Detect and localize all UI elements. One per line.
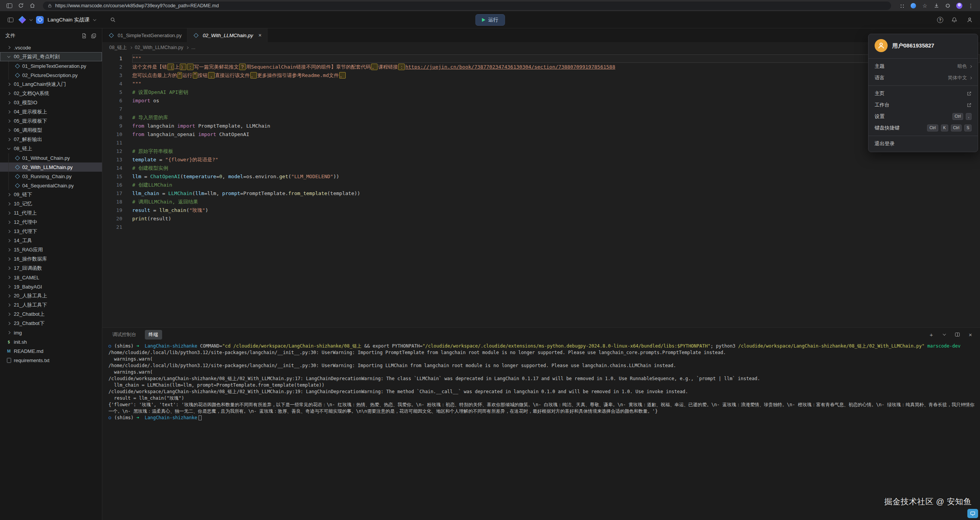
tree-item[interactable]: 01_LangChain快速入门 (0, 80, 102, 89)
marscode-logo[interactable] (18, 16, 26, 24)
code-line[interactable]: 3您可以点击最上方的“运行”按钮，直接运行该文件。更多操作指引请参考Readme… (102, 71, 980, 80)
tree-item[interactable]: 03_模型IO (0, 98, 102, 107)
tree-item[interactable]: 02_PictureDescription.py (0, 71, 102, 80)
code-line[interactable]: 1""" (102, 54, 980, 63)
tree-item[interactable]: 02_文档QA系统 (0, 89, 102, 98)
tree-item[interactable]: 19_BabyAGI (0, 282, 102, 291)
feedback-badge[interactable] (967, 509, 978, 518)
new-terminal-icon[interactable]: + (928, 331, 935, 338)
tree-item[interactable]: 17_回调函数 (0, 264, 102, 273)
tree-item[interactable]: $init.sh (0, 337, 102, 346)
code-line[interactable]: 4""" (102, 80, 980, 88)
bookmark-star-icon[interactable]: ☆ (920, 2, 929, 10)
editor-tab[interactable]: 02_With_LLMChain.py× (187, 28, 268, 42)
code-line[interactable]: 21 (102, 223, 980, 231)
menu-item[interactable]: 主题暗色 (868, 61, 978, 72)
tree-item[interactable]: 09_链下 (0, 190, 102, 199)
code-line[interactable]: 11 (102, 139, 980, 147)
menu-item[interactable]: 设置Ctrl, (868, 111, 978, 122)
code-line[interactable]: 15llm = ChatOpenAI(temperature=0, model=… (102, 172, 980, 181)
code-line[interactable]: 20print(result) (102, 215, 980, 223)
extensions-puzzle-icon[interactable] (943, 2, 952, 10)
tree-item[interactable]: 01_SimpleTextGeneration.py (0, 61, 102, 71)
tree-item[interactable]: 11_代理上 (0, 208, 102, 218)
help-icon[interactable]: ? (937, 17, 943, 23)
run-button[interactable]: 运行 (475, 14, 505, 26)
code-line[interactable]: 17llm_chain = LLMChain(llm=llm, prompt=P… (102, 189, 980, 198)
tree-item[interactable]: 03_Running_Chain.py (0, 172, 102, 181)
tree-item[interactable]: 00_开篇词_奇点时刻 (0, 52, 102, 61)
terminal-profile-chevron-icon[interactable] (941, 331, 948, 338)
panel-tab[interactable]: 终端 (145, 330, 162, 340)
code-lines[interactable]: 1"""2这个文件是【链（上）：写一篇完美鲜花推文？用SequencialCha… (102, 53, 980, 327)
tree-item[interactable]: .vscode (0, 43, 102, 52)
tree-item[interactable]: 21_人脉工具下 (0, 300, 102, 310)
browser-home-icon[interactable] (28, 2, 37, 10)
code-line[interactable]: 19result = llm_chain("玫瑰") (102, 206, 980, 215)
search-icon[interactable] (109, 16, 117, 24)
tree-item[interactable]: 01_Without_Chain.py (0, 153, 102, 162)
tree-item[interactable]: 07_解析输出 (0, 135, 102, 144)
code-line[interactable]: 13template = "{flower}的花语是?" (102, 156, 980, 164)
split-terminal-icon[interactable] (954, 331, 961, 338)
browser-refresh-icon[interactable] (16, 2, 25, 10)
code-line[interactable]: 10from langchain_openai import ChatOpenA… (102, 130, 980, 139)
tree-item[interactable]: 08_链上 (0, 144, 102, 153)
tree-item[interactable]: 16_操作数据库 (0, 254, 102, 264)
menu-item[interactable]: 退出登录 (868, 138, 978, 149)
terminal[interactable]: (shims) ➜ LangChain-shizhanke COMMAND="c… (102, 341, 980, 520)
tree-item[interactable]: 13_代理下 (0, 227, 102, 236)
tree-item[interactable]: 14_工具 (0, 236, 102, 245)
menu-item[interactable]: 工作台 (868, 99, 978, 111)
browser-menu-icon[interactable]: ⋮ (966, 2, 975, 10)
code-line[interactable]: 7 (102, 105, 980, 113)
browser-url-bar[interactable]: https://www.marscode.cn/course/vk85dwp73… (43, 2, 891, 10)
project-name[interactable]: LangChain 实战课 (48, 16, 90, 23)
code-line[interactable]: 12# 原始字符串模板 (102, 147, 980, 156)
tree-item[interactable]: 22_Chatbot上 (0, 310, 102, 319)
menu-item[interactable]: 语言简体中文 (868, 72, 978, 84)
tree-item[interactable]: 04_提示模板上 (0, 107, 102, 116)
tree-item[interactable]: MREADME.md (0, 346, 102, 356)
close-panel-icon[interactable]: × (967, 331, 974, 338)
code-line[interactable]: 8# 导入所需的库 (102, 113, 980, 122)
browser-profile-avatar[interactable] (955, 2, 964, 10)
breadcrumb-item[interactable]: 02_With_LLMChain.py (135, 45, 183, 50)
tree-item[interactable]: 10_记忆 (0, 199, 102, 208)
tree-item[interactable]: 12_代理中 (0, 218, 102, 227)
tree-item[interactable]: 06_调用模型 (0, 126, 102, 135)
code-line[interactable]: 18# 调用LLMChain, 返回结果 (102, 198, 980, 206)
breadcrumb-item[interactable]: 08_链上 (109, 44, 127, 51)
new-file-icon[interactable] (81, 33, 87, 39)
chevron-down-icon[interactable] (30, 18, 33, 21)
tree-item[interactable]: requirements.txt (0, 356, 102, 365)
menu-item[interactable]: 主页 (868, 88, 978, 99)
menu-item[interactable]: 键盘快捷键CtrlKCtrlS (868, 122, 978, 134)
notifications-bell-icon[interactable] (950, 16, 959, 24)
editor-tab[interactable]: 01_SimpleTextGeneration.py (102, 28, 187, 42)
panel-tab[interactable]: 调试控制台 (108, 330, 140, 340)
code-line[interactable]: 9from langchain import PromptTemplate, L… (102, 122, 980, 130)
tree-item[interactable]: 18_CAMEL (0, 273, 102, 282)
close-icon[interactable]: × (258, 33, 261, 38)
browser-extension-badge-icon[interactable] (909, 2, 918, 10)
tree-item[interactable]: 04_SequentialChain.py (0, 181, 102, 190)
tree-item[interactable]: 05_提示模板下 (0, 116, 102, 126)
code-line[interactable]: 5# 设置OpenAI API密钥 (102, 88, 980, 97)
collapse-all-icon[interactable] (91, 33, 97, 39)
chevron-down-icon[interactable] (93, 18, 96, 21)
layout-sidebar-icon[interactable] (6, 16, 15, 24)
tree-item[interactable]: img (0, 328, 102, 337)
tree-item[interactable]: 02_With_LLMChain.py (0, 162, 102, 172)
breadcrumb-item[interactable]: ... (191, 45, 195, 50)
code-line[interactable]: 14# 创建模型实例 (102, 164, 980, 172)
browser-tab-panel-icon[interactable] (5, 2, 14, 10)
tree-item[interactable]: 23_Chatbot下 (0, 319, 102, 328)
code-line[interactable]: 16# 创建LLMChain (102, 181, 980, 189)
tree-item[interactable]: 20_人脉工具上 (0, 291, 102, 300)
code-line[interactable]: 2这个文件是【链（上）：写一篇完美鲜花推文？用SequencialChain链接… (102, 63, 980, 71)
code-line[interactable]: 6import os (102, 97, 980, 105)
user-avatar-icon[interactable] (965, 16, 974, 24)
download-icon[interactable] (932, 2, 941, 10)
apps-grid-icon[interactable] (897, 2, 906, 10)
